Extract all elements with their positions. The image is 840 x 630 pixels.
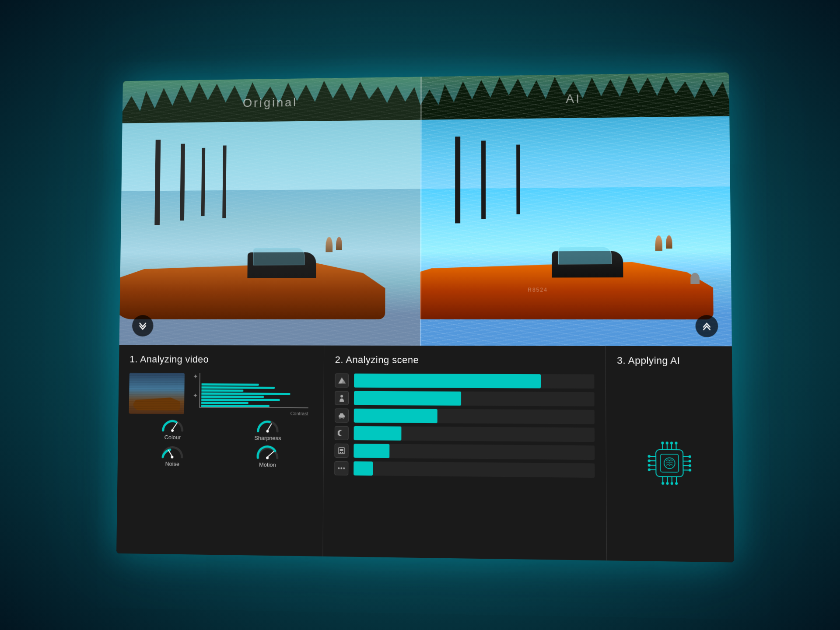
video-thumbnail xyxy=(129,373,185,414)
svg-point-43 xyxy=(675,442,677,444)
svg-line-2 xyxy=(268,424,272,430)
ai-icon-container xyxy=(617,374,722,553)
chart-axes: Contrast ✦ ✦ xyxy=(191,373,309,408)
noise-gauge-icon xyxy=(161,444,184,459)
svg-line-6 xyxy=(267,452,274,457)
svg-point-20 xyxy=(343,467,345,469)
scene-bar-more xyxy=(354,461,595,478)
svg-point-13 xyxy=(343,417,344,419)
svg-line-0 xyxy=(172,423,177,430)
colour-gauge-icon xyxy=(161,417,185,433)
landscape-icon xyxy=(335,374,349,388)
night-icon xyxy=(335,426,349,440)
scene-bar-person xyxy=(354,391,595,406)
svg-point-54 xyxy=(689,464,691,467)
applying-ai-title: 3. Applying AI xyxy=(617,355,721,367)
svg-point-53 xyxy=(689,460,691,462)
axis-star-mid-icon: ✦ xyxy=(193,392,198,399)
scene-bar-night xyxy=(354,426,595,442)
svg-point-42 xyxy=(670,442,673,444)
svg-point-47 xyxy=(675,482,678,485)
svg-point-45 xyxy=(666,482,668,485)
ai-side: R8524 AI xyxy=(420,72,732,346)
svg-point-10 xyxy=(340,395,343,398)
svg-point-12 xyxy=(339,417,341,419)
video-analysis-content: Contrast ✦ ✦ xyxy=(129,373,313,415)
svg-point-40 xyxy=(661,441,664,444)
axis-x-label: Contrast xyxy=(290,411,308,416)
svg-point-51 xyxy=(648,469,651,471)
ai-chip-icon xyxy=(640,434,700,493)
colour-label: Colour xyxy=(164,434,181,441)
bottom-panel: 1. Analyzing video Contra xyxy=(116,345,734,563)
chart-bars xyxy=(201,376,306,407)
metrics-grid: Colour Sharpness xyxy=(128,417,312,469)
motion-gauge-icon xyxy=(256,444,280,460)
scene-bars-col xyxy=(354,374,595,478)
svg-point-46 xyxy=(671,482,673,485)
chart-area: Contrast ✦ ✦ xyxy=(190,373,313,415)
svg-point-7 xyxy=(266,457,269,459)
svg-point-50 xyxy=(648,464,651,466)
metric-noise: Noise xyxy=(128,444,217,467)
metric-sharpness: Sharpness xyxy=(223,418,312,441)
noise-label: Noise xyxy=(165,461,179,467)
scene-type-icon xyxy=(335,444,349,458)
section-analyzing-video: 1. Analyzing video Contra xyxy=(116,345,324,556)
svg-rect-17 xyxy=(342,452,343,453)
scene-bar-vehicle xyxy=(354,409,595,424)
original-label: Original xyxy=(243,96,298,110)
more-options-icon xyxy=(334,461,348,476)
person-icon xyxy=(335,391,349,405)
scene-bar-landscape xyxy=(354,374,594,388)
tv-screen: Original xyxy=(116,72,734,562)
original-side: Original xyxy=(119,77,420,346)
split-screen: Original xyxy=(119,72,732,346)
svg-point-18 xyxy=(338,467,340,469)
svg-point-48 xyxy=(648,455,651,458)
svg-line-4 xyxy=(168,450,172,456)
ai-label: AI xyxy=(566,92,581,106)
sharpness-gauge-icon xyxy=(256,418,280,434)
analyzing-video-title: 1. Analyzing video xyxy=(130,354,313,366)
svg-point-49 xyxy=(648,459,651,462)
svg-rect-11 xyxy=(339,415,345,418)
svg-rect-15 xyxy=(340,449,343,451)
svg-point-5 xyxy=(171,456,173,458)
svg-point-1 xyxy=(171,429,174,432)
vehicle-icon xyxy=(335,409,349,423)
metric-colour: Colour xyxy=(129,417,217,441)
scroll-up-button[interactable] xyxy=(695,315,718,337)
scene-icons-col xyxy=(334,374,349,476)
scene-analysis-content xyxy=(334,374,595,478)
sharpness-label: Sharpness xyxy=(254,434,281,441)
section-analyzing-scene: 2. Analyzing scene xyxy=(323,346,607,561)
svg-point-52 xyxy=(689,455,691,458)
svg-point-55 xyxy=(689,469,691,471)
svg-point-19 xyxy=(340,467,342,469)
section-applying-ai: 3. Applying AI xyxy=(606,346,734,563)
svg-point-44 xyxy=(662,482,664,485)
metric-motion: Motion xyxy=(223,444,313,469)
svg-point-41 xyxy=(666,441,668,444)
analysis-row: 1. Analyzing video Contra xyxy=(116,345,734,563)
analyzing-scene-title: 2. Analyzing scene xyxy=(335,354,595,367)
motion-label: Motion xyxy=(259,462,276,468)
svg-point-3 xyxy=(266,430,269,433)
svg-rect-16 xyxy=(340,452,341,453)
scene-bar-type xyxy=(354,444,595,460)
axis-star-top-icon: ✦ xyxy=(193,373,198,380)
